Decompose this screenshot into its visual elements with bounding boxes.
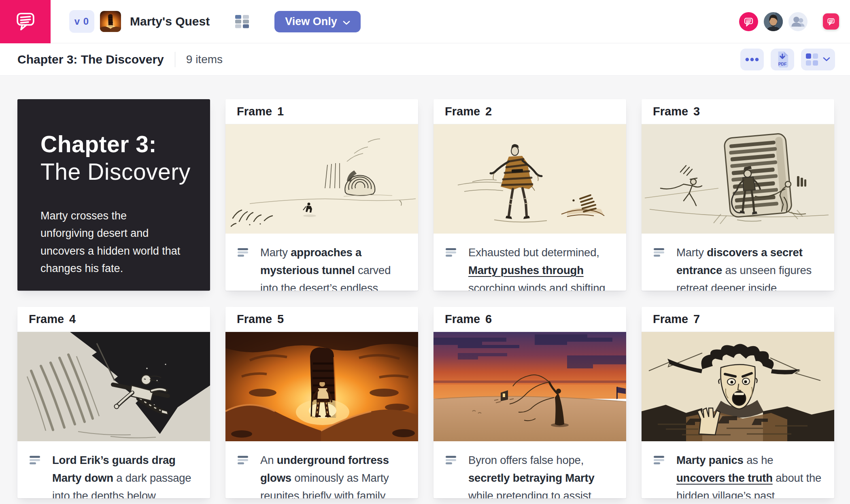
frame-card-7[interactable]: Frame 7	[642, 307, 834, 498]
ellipsis-icon	[745, 57, 759, 62]
frame-label: Frame	[237, 105, 272, 118]
divider	[175, 52, 175, 67]
frame-caption: Marty approaches a mysterious tunnel car…	[260, 244, 408, 291]
frame-number: 6	[485, 313, 492, 326]
notes-icon	[654, 456, 664, 498]
notes-icon	[30, 456, 40, 498]
frame-card-header: Frame 7	[642, 307, 834, 332]
chat-widget-button[interactable]	[823, 13, 839, 30]
chevron-down-icon	[343, 15, 350, 28]
frame-card-2[interactable]: Frame 2	[434, 99, 626, 291]
project-title: Marty's Quest	[130, 15, 210, 28]
people-avatar[interactable]	[788, 12, 808, 31]
frame-number: 5	[277, 313, 284, 326]
chapter-title: Chapter 3: The Discovery	[17, 53, 164, 66]
export-pdf-button[interactable]: PDF	[771, 49, 794, 70]
frame-caption: An underground fortress glows ominously …	[260, 451, 408, 498]
frame-caption: Byron offers false hope, secretly betray…	[468, 451, 616, 498]
frame-card-header: Frame 2	[434, 99, 626, 124]
storyboard-grid: Chapter 3: The Discovery Marty crosses t…	[0, 76, 850, 498]
frame-image-desert-tunnel[interactable]	[225, 124, 418, 234]
speech-bubble-icon	[14, 9, 37, 34]
frame-label: Frame	[653, 105, 688, 118]
frame-card-1[interactable]: Frame 1	[225, 99, 418, 291]
frame-label: Frame	[445, 105, 480, 118]
frame-card-4[interactable]: Frame 4	[17, 307, 210, 498]
grid-layout-icon	[806, 53, 818, 66]
notes-icon	[654, 248, 664, 291]
top-bar: v 0 Marty's Quest	[0, 0, 850, 43]
layout-switcher-button[interactable]	[801, 49, 835, 70]
frame-card-3[interactable]: Frame 3	[642, 99, 834, 291]
more-options-button[interactable]	[740, 49, 764, 70]
chevron-down-icon	[823, 57, 830, 62]
frame-card-6[interactable]: Frame 6	[434, 307, 626, 498]
chapter-cover-title-2: The Discovery	[40, 159, 191, 185]
frame-label: Frame	[445, 313, 480, 326]
frame-image-sunset-betrayal[interactable]	[434, 332, 626, 441]
frame-caption: Lord Erik’s guards drag Marty down a dar…	[52, 451, 200, 498]
frame-card-header: Frame 1	[225, 99, 418, 124]
header-right-group	[739, 12, 850, 31]
frame-caption: Marty panics as he uncovers the truth ab…	[676, 451, 824, 498]
frame-image-glowing-fortress[interactable]	[225, 332, 418, 441]
frame-image-marty-panics[interactable]	[642, 332, 834, 441]
frame-card-header: Frame 4	[17, 307, 210, 332]
frame-image-marty-winds[interactable]	[434, 124, 626, 234]
frame-number: 1	[277, 105, 284, 118]
chapter-cover-description: Marty crosses the unforgiving desert and…	[40, 207, 183, 277]
notes-icon	[238, 456, 248, 498]
frame-number: 2	[485, 105, 492, 118]
board-grid-icon[interactable]	[235, 14, 249, 29]
notes-icon	[446, 248, 456, 291]
frame-card-header: Frame 3	[642, 99, 834, 124]
chapter-toolbar: Chapter 3: The Discovery 9 items PDF	[0, 43, 850, 76]
frame-card-header: Frame 6	[434, 307, 626, 332]
user-avatar[interactable]	[764, 12, 783, 31]
svg-text:PDF: PDF	[778, 62, 787, 66]
frame-card-header: Frame 5	[225, 307, 418, 332]
frame-label: Frame	[29, 313, 64, 326]
chapter-cover-title-1: Chapter 3:	[40, 132, 191, 157]
frame-number: 4	[69, 313, 76, 326]
frame-card-5[interactable]: Frame 5	[225, 307, 418, 498]
project-header: v 0 Marty's Quest	[69, 10, 361, 33]
frame-caption: Exhausted but determined, Marty pushes t…	[468, 244, 616, 291]
frame-label: Frame	[653, 313, 688, 326]
frame-number: 7	[693, 313, 700, 326]
brand-avatar[interactable]	[739, 12, 758, 31]
view-only-label: View Only	[285, 15, 337, 28]
chapter-cover-card[interactable]: Chapter 3: The Discovery Marty crosses t…	[17, 99, 210, 291]
app-logo[interactable]	[0, 0, 51, 43]
items-count: 9 items	[186, 53, 223, 66]
project-thumbnail[interactable]	[100, 11, 121, 32]
version-badge[interactable]: v 0	[69, 10, 94, 33]
frame-image-secret-entrance[interactable]	[642, 124, 834, 234]
frame-label: Frame	[237, 313, 272, 326]
notes-icon	[446, 456, 456, 498]
frame-image-dark-passage[interactable]	[17, 332, 210, 441]
pdf-download-icon: PDF	[776, 51, 789, 68]
notes-icon	[238, 248, 248, 291]
frame-number: 3	[693, 105, 700, 118]
frame-caption: Marty discovers a secret entrance as uns…	[676, 244, 824, 291]
view-only-button[interactable]: View Only	[274, 11, 361, 32]
